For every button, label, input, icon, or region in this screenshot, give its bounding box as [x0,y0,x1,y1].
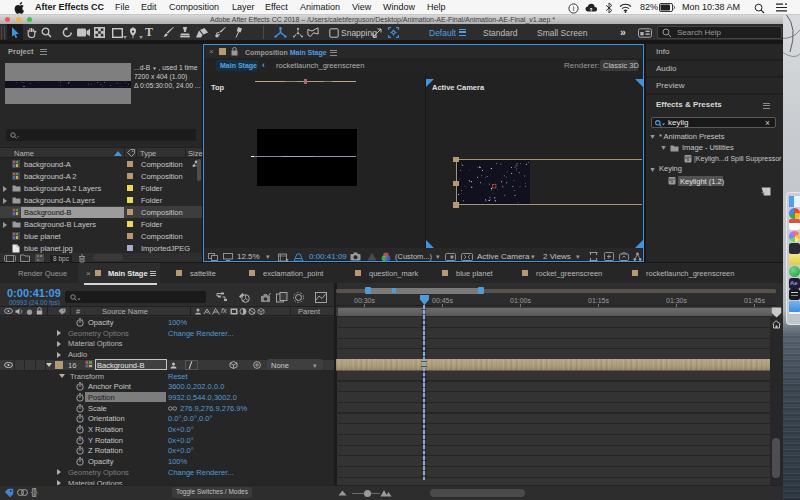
svg-text:i: i [573,5,575,12]
